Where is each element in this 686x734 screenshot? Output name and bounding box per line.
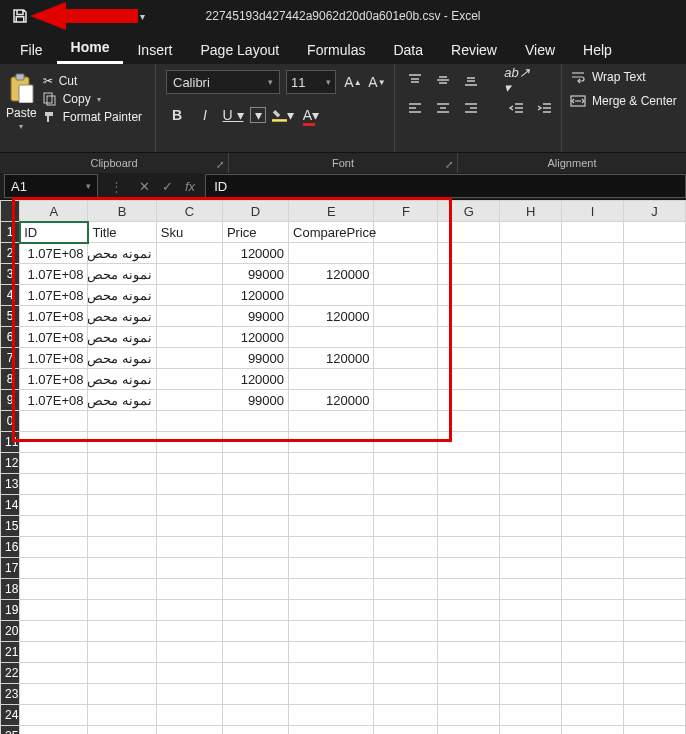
cut-button[interactable]: ✂ Cut (43, 74, 142, 88)
row-header[interactable]: 12 (1, 453, 20, 474)
cell[interactable] (624, 474, 686, 495)
cell[interactable]: نمونه محص (88, 390, 156, 411)
cell[interactable] (562, 453, 624, 474)
cell[interactable]: 99000 (222, 390, 288, 411)
cell[interactable] (156, 558, 222, 579)
increase-indent-button[interactable] (535, 98, 555, 118)
cell[interactable] (500, 285, 562, 306)
cell[interactable]: 99000 (222, 306, 288, 327)
cell[interactable] (374, 495, 438, 516)
cell[interactable] (624, 621, 686, 642)
cell[interactable] (374, 411, 438, 432)
row-header[interactable]: 21 (1, 642, 20, 663)
cell[interactable] (374, 453, 438, 474)
cell[interactable] (438, 348, 500, 369)
cell[interactable] (156, 705, 222, 726)
row-header[interactable]: 24 (1, 705, 20, 726)
cell[interactable] (289, 705, 374, 726)
tab-data[interactable]: Data (379, 36, 437, 64)
cell[interactable] (500, 474, 562, 495)
underline-button[interactable]: U ▾ (222, 104, 244, 126)
cell[interactable] (222, 474, 288, 495)
column-header[interactable]: A (20, 201, 88, 222)
cell[interactable] (289, 579, 374, 600)
cell[interactable] (88, 705, 156, 726)
cell[interactable] (624, 453, 686, 474)
cell[interactable] (438, 558, 500, 579)
cell[interactable] (156, 432, 222, 453)
cell[interactable] (562, 411, 624, 432)
cell[interactable] (88, 474, 156, 495)
cell[interactable] (624, 285, 686, 306)
cell[interactable] (500, 726, 562, 735)
cell[interactable]: 99000 (222, 264, 288, 285)
cell[interactable] (156, 453, 222, 474)
cell[interactable] (88, 621, 156, 642)
tab-formulas[interactable]: Formulas (293, 36, 379, 64)
cell[interactable]: 120000 (222, 243, 288, 264)
cell[interactable] (562, 495, 624, 516)
cell[interactable] (624, 369, 686, 390)
cell[interactable]: Sku (156, 222, 222, 243)
cell[interactable] (156, 684, 222, 705)
cell[interactable] (156, 474, 222, 495)
cell[interactable] (289, 558, 374, 579)
cell[interactable] (562, 537, 624, 558)
cell[interactable] (624, 558, 686, 579)
cell[interactable] (156, 306, 222, 327)
row-header[interactable]: 9 (1, 390, 20, 411)
row-header[interactable]: 20 (1, 621, 20, 642)
cell[interactable] (374, 369, 438, 390)
cell[interactable] (562, 432, 624, 453)
cell[interactable] (88, 600, 156, 621)
worksheet[interactable]: ABCDEFGHIJ 1IDTitleSkuPriceComparePrice2… (0, 200, 686, 734)
cell[interactable] (222, 579, 288, 600)
cell[interactable] (374, 327, 438, 348)
italic-button[interactable]: I (194, 104, 216, 126)
cell[interactable] (624, 327, 686, 348)
cell[interactable] (624, 705, 686, 726)
cell[interactable] (20, 537, 88, 558)
cell[interactable] (88, 642, 156, 663)
cell[interactable] (289, 453, 374, 474)
cell[interactable] (438, 306, 500, 327)
cell[interactable] (374, 243, 438, 264)
cell[interactable] (438, 474, 500, 495)
cell[interactable] (562, 285, 624, 306)
cell-A1[interactable]: ID (20, 222, 88, 243)
cell[interactable] (374, 684, 438, 705)
cell[interactable] (20, 663, 88, 684)
cell[interactable] (500, 537, 562, 558)
font-color-button[interactable]: A ▾ (300, 104, 322, 126)
cell[interactable] (289, 537, 374, 558)
cell[interactable]: نمونه محص (88, 243, 156, 264)
cell[interactable] (624, 348, 686, 369)
row-header[interactable]: 22 (1, 663, 20, 684)
align-left-button[interactable] (405, 98, 425, 118)
cell[interactable] (289, 495, 374, 516)
cell[interactable] (156, 516, 222, 537)
cell[interactable] (562, 726, 624, 735)
cell[interactable] (20, 684, 88, 705)
cell[interactable] (156, 390, 222, 411)
cell[interactable] (562, 663, 624, 684)
cell[interactable] (374, 726, 438, 735)
cell[interactable] (438, 621, 500, 642)
row-header[interactable]: 3 (1, 264, 20, 285)
tab-insert[interactable]: Insert (123, 36, 186, 64)
cell[interactable] (374, 705, 438, 726)
tab-file[interactable]: File (6, 36, 57, 64)
row-header[interactable]: 14 (1, 495, 20, 516)
cell[interactable] (156, 411, 222, 432)
decrease-font-button[interactable]: A▼ (366, 71, 388, 93)
cell[interactable]: 1.07E+08 (20, 264, 88, 285)
cell[interactable] (20, 600, 88, 621)
cell[interactable] (562, 243, 624, 264)
row-header[interactable]: 18 (1, 579, 20, 600)
dialog-launcher-icon[interactable]: ⤢ (216, 155, 224, 175)
cancel-formula-icon[interactable]: ✕ (139, 179, 150, 194)
cell[interactable] (562, 579, 624, 600)
cell[interactable] (88, 411, 156, 432)
cell[interactable] (156, 642, 222, 663)
row-header[interactable]: 0 (1, 411, 20, 432)
